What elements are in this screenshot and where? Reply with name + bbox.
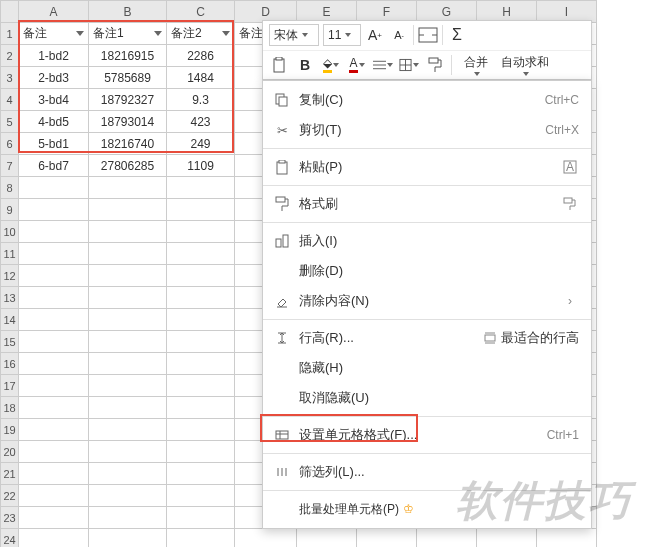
cell[interactable] xyxy=(167,287,235,309)
row-header[interactable]: 2 xyxy=(1,45,19,67)
cell[interactable] xyxy=(89,529,167,548)
cell[interactable] xyxy=(89,375,167,397)
cell[interactable] xyxy=(477,529,537,548)
cell[interactable] xyxy=(89,221,167,243)
filter-dropdown-icon[interactable] xyxy=(222,31,230,36)
menu-hide[interactable]: 隐藏(H) xyxy=(263,353,591,383)
corner-cell[interactable] xyxy=(1,1,19,23)
cell[interactable] xyxy=(89,463,167,485)
font-selector[interactable]: 宋体 xyxy=(269,24,319,46)
cell[interactable]: 18216915 xyxy=(89,45,167,67)
menu-delete[interactable]: 删除(D) xyxy=(263,256,591,286)
cell[interactable] xyxy=(89,309,167,331)
cell[interactable] xyxy=(19,419,89,441)
cell[interactable] xyxy=(167,397,235,419)
row-header[interactable]: 3 xyxy=(1,67,19,89)
cell[interactable] xyxy=(167,463,235,485)
row-header[interactable]: 13 xyxy=(1,287,19,309)
cell[interactable]: 5-bd1 xyxy=(19,133,89,155)
row-header[interactable]: 19 xyxy=(1,419,19,441)
cell[interactable] xyxy=(167,353,235,375)
align-button[interactable] xyxy=(373,55,393,75)
cell[interactable] xyxy=(89,441,167,463)
merge-button[interactable]: 合并 xyxy=(458,55,494,75)
cell[interactable]: 27806285 xyxy=(89,155,167,177)
cell[interactable]: 18793014 xyxy=(89,111,167,133)
menu-row-height[interactable]: 行高(R)... 最适合的行高 xyxy=(263,323,591,353)
col-header[interactable]: C xyxy=(167,1,235,23)
cell[interactable] xyxy=(19,199,89,221)
row-header[interactable]: 9 xyxy=(1,199,19,221)
border-button[interactable] xyxy=(399,55,419,75)
cell[interactable] xyxy=(167,375,235,397)
row-header[interactable]: 12 xyxy=(1,265,19,287)
font-shrink-icon[interactable]: A- xyxy=(389,25,409,45)
row-header[interactable]: 18 xyxy=(1,397,19,419)
cell[interactable] xyxy=(357,529,417,548)
autosum-button[interactable]: 自动求和 xyxy=(500,55,550,75)
cell[interactable]: 9.3 xyxy=(167,89,235,111)
cell[interactable] xyxy=(19,463,89,485)
cell[interactable] xyxy=(19,243,89,265)
format-painter-icon[interactable] xyxy=(425,55,445,75)
cell[interactable] xyxy=(19,221,89,243)
cell[interactable] xyxy=(89,507,167,529)
row-header[interactable]: 17 xyxy=(1,375,19,397)
row-header[interactable]: 24 xyxy=(1,529,19,548)
cell[interactable] xyxy=(235,529,297,548)
cell[interactable]: 423 xyxy=(167,111,235,133)
font-size-selector[interactable]: 11 xyxy=(323,24,361,46)
cell[interactable] xyxy=(19,529,89,548)
cell[interactable] xyxy=(89,199,167,221)
cell[interactable] xyxy=(19,375,89,397)
row-header[interactable]: 22 xyxy=(1,485,19,507)
cell[interactable]: 1-bd2 xyxy=(19,45,89,67)
row-header[interactable]: 15 xyxy=(1,331,19,353)
row-header[interactable]: 5 xyxy=(1,111,19,133)
cell[interactable]: 4-bd5 xyxy=(19,111,89,133)
cell[interactable]: 5785689 xyxy=(89,67,167,89)
cell[interactable] xyxy=(89,265,167,287)
cell[interactable]: 18216740 xyxy=(89,133,167,155)
row-header[interactable]: 10 xyxy=(1,221,19,243)
row-header[interactable]: 6 xyxy=(1,133,19,155)
cell[interactable]: 2286 xyxy=(167,45,235,67)
cell[interactable]: 249 xyxy=(167,133,235,155)
menu-paste[interactable]: 粘贴(P) A xyxy=(263,152,591,182)
row-header[interactable]: 20 xyxy=(1,441,19,463)
cell[interactable]: 备注1 xyxy=(89,23,167,45)
cell[interactable] xyxy=(167,243,235,265)
autosum-icon[interactable]: Σ xyxy=(447,25,467,45)
cell[interactable] xyxy=(167,441,235,463)
col-header[interactable]: B xyxy=(89,1,167,23)
menu-cut[interactable]: ✂ 剪切(T) Ctrl+X xyxy=(263,115,591,145)
row-header[interactable]: 7 xyxy=(1,155,19,177)
cell[interactable] xyxy=(417,529,477,548)
cell[interactable] xyxy=(89,485,167,507)
cell[interactable] xyxy=(89,331,167,353)
cell[interactable]: 1484 xyxy=(167,67,235,89)
cell[interactable] xyxy=(167,529,235,548)
cell[interactable]: 备注 xyxy=(19,23,89,45)
filter-dropdown-icon[interactable] xyxy=(76,31,84,36)
cell[interactable] xyxy=(19,287,89,309)
cell[interactable] xyxy=(19,265,89,287)
cell[interactable]: 3-bd4 xyxy=(19,89,89,111)
cell[interactable] xyxy=(19,177,89,199)
menu-unhide[interactable]: 取消隐藏(U) xyxy=(263,383,591,413)
row-header[interactable]: 21 xyxy=(1,463,19,485)
menu-copy[interactable]: 复制(C) Ctrl+C xyxy=(263,85,591,115)
row-header[interactable]: 16 xyxy=(1,353,19,375)
cell[interactable]: 2-bd3 xyxy=(19,67,89,89)
cell[interactable] xyxy=(167,177,235,199)
best-row-icon[interactable]: 最适合的行高 xyxy=(483,329,579,347)
cell[interactable] xyxy=(19,331,89,353)
cell[interactable] xyxy=(89,243,167,265)
cell[interactable]: 18792327 xyxy=(89,89,167,111)
row-header[interactable]: 23 xyxy=(1,507,19,529)
cell[interactable] xyxy=(89,177,167,199)
cell[interactable] xyxy=(167,265,235,287)
menu-cell-format[interactable]: 设置单元格格式(F)... Ctrl+1 xyxy=(263,420,591,450)
menu-clear[interactable]: 清除内容(N) › xyxy=(263,286,591,316)
font-grow-icon[interactable]: A+ xyxy=(365,25,385,45)
